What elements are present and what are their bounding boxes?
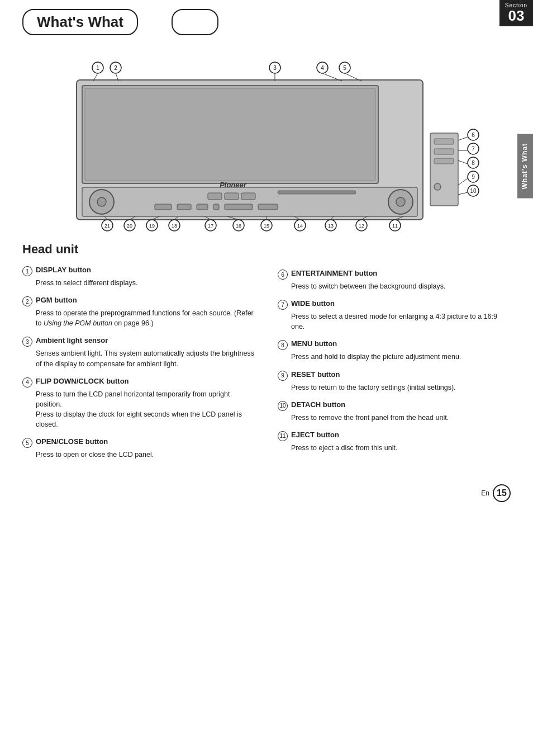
- item-11: 11 EJECT button Press to eject a disc fr…: [278, 431, 511, 453]
- item-5-num: 5: [22, 438, 32, 448]
- svg-text:19: 19: [149, 223, 155, 229]
- item-4: 4 FLIP DOWN/CLOCK button Press to turn t…: [22, 377, 255, 430]
- svg-line-47: [458, 160, 468, 164]
- item-6-desc: Press to switch between the background d…: [291, 281, 511, 291]
- svg-text:20: 20: [127, 223, 132, 229]
- svg-text:10: 10: [470, 188, 477, 194]
- item-7-title: WIDE button: [291, 299, 335, 308]
- item-2: 2 PGM button Press to operate the prepro…: [22, 296, 255, 328]
- item-7-header: 7 WIDE button: [278, 299, 511, 310]
- item-6: 6 ENTERTAINMENT button Press to switch b…: [278, 269, 511, 291]
- item-8-header: 8 MENU button: [278, 339, 511, 350]
- device-diagram: Pioneer 1 2 3 4 5 6: [22, 46, 511, 237]
- svg-point-5: [97, 197, 106, 206]
- item-8-title: MENU button: [291, 339, 337, 348]
- title-bubble: What's What: [22, 9, 138, 35]
- page-header: What's What Section 03: [0, 0, 533, 35]
- item-10-num: 10: [278, 401, 288, 411]
- svg-rect-8: [241, 193, 255, 200]
- svg-rect-9: [155, 204, 172, 210]
- item-2-num: 2: [22, 296, 32, 306]
- svg-rect-20: [434, 139, 454, 144]
- item-10-desc: Press to remove the front panel from the…: [291, 413, 511, 423]
- svg-rect-21: [434, 149, 454, 154]
- svg-text:7: 7: [472, 146, 475, 152]
- item-2-header: 2 PGM button: [22, 296, 255, 306]
- item-1: 1 DISPLAY button Press to select differe…: [22, 266, 255, 288]
- item-1-header: 1 DISPLAY button: [22, 266, 255, 276]
- item-1-desc: Press to select different displays.: [36, 278, 255, 288]
- item-5-title: OPEN/CLOSE button: [36, 437, 108, 446]
- item-11-header: 11 EJECT button: [278, 431, 511, 441]
- item-9-header: 9 RESET button: [278, 370, 511, 381]
- item-3-header: 3 Ambient light sensor: [22, 336, 255, 347]
- svg-line-41: [458, 137, 468, 140]
- svg-rect-23: [434, 183, 441, 190]
- svg-rect-2: [85, 88, 375, 181]
- footer-en-label: En: [481, 489, 489, 497]
- item-7: 7 WIDE button Press to select a desired …: [278, 299, 511, 332]
- svg-text:2: 2: [114, 65, 117, 71]
- item-9: 9 RESET button Press to return to the fa…: [278, 370, 511, 393]
- svg-text:6: 6: [472, 132, 475, 138]
- svg-rect-14: [258, 204, 278, 210]
- svg-text:14: 14: [297, 223, 303, 229]
- page-footer: En 15: [0, 473, 533, 508]
- svg-rect-6: [208, 193, 222, 200]
- item-2-title: PGM button: [36, 296, 77, 304]
- svg-text:8: 8: [472, 160, 475, 166]
- content-left: Head unit 1 DISPLAY button Press to sele…: [22, 242, 272, 467]
- item-10: 10 DETACH button Press to remove the fro…: [278, 400, 511, 423]
- section-badge: Section 03: [499, 0, 533, 26]
- item-3-desc: Senses ambient light. This system automa…: [36, 348, 255, 368]
- item-6-num: 6: [278, 270, 288, 280]
- item-9-title: RESET button: [291, 370, 340, 379]
- item-5-header: 5 OPEN/CLOSE button: [22, 437, 255, 448]
- side-tab: What's What: [517, 134, 533, 199]
- item-11-title: EJECT button: [291, 431, 339, 439]
- svg-rect-12: [213, 204, 219, 210]
- svg-rect-3: [82, 187, 417, 216]
- svg-rect-22: [434, 158, 454, 164]
- svg-text:Pioneer: Pioneer: [220, 181, 247, 189]
- page-title: What's What: [37, 13, 123, 31]
- item-4-desc: Press to turn the LCD panel horizontal t…: [36, 389, 255, 430]
- item-5-desc: Press to open or close the LCD panel.: [36, 450, 255, 460]
- item-3: 3 Ambient light sensor Senses ambient li…: [22, 336, 255, 368]
- item-4-num: 4: [22, 377, 32, 388]
- svg-text:11: 11: [392, 223, 398, 229]
- svg-text:18: 18: [172, 223, 177, 229]
- item-10-header: 10 DETACH button: [278, 400, 511, 411]
- item-7-desc: Press to select a desired mode for enlar…: [291, 311, 511, 332]
- item-9-num: 9: [278, 371, 288, 381]
- item-3-title: Ambient light sensor: [36, 336, 108, 344]
- svg-rect-11: [197, 204, 208, 210]
- svg-line-53: [458, 192, 468, 195]
- svg-text:17: 17: [208, 223, 213, 229]
- svg-text:9: 9: [472, 174, 475, 180]
- item-8-num: 8: [278, 340, 288, 350]
- svg-text:21: 21: [104, 223, 110, 229]
- item-4-header: 4 FLIP DOWN/CLOCK button: [22, 377, 255, 388]
- item-2-desc: Press to operate the preprogrammed funct…: [36, 308, 255, 328]
- head-unit-title: Head unit: [22, 242, 255, 257]
- item-11-num: 11: [278, 431, 288, 441]
- item-8-desc: Press and hold to display the picture ad…: [291, 352, 511, 362]
- item-6-header: 6 ENTERTAINMENT button: [278, 269, 511, 280]
- svg-text:12: 12: [359, 223, 364, 229]
- content-area: Head unit 1 DISPLAY button Press to sele…: [0, 242, 533, 467]
- section-bubble: [172, 9, 218, 35]
- item-1-num: 1: [22, 266, 32, 276]
- svg-point-17: [396, 197, 405, 206]
- item-10-title: DETACH button: [291, 400, 345, 409]
- footer-page-number: 15: [493, 484, 511, 502]
- svg-text:5: 5: [343, 65, 346, 71]
- svg-rect-7: [225, 193, 239, 200]
- item-1-title: DISPLAY button: [36, 266, 91, 274]
- item-3-num: 3: [22, 337, 32, 347]
- svg-rect-13: [225, 204, 253, 210]
- item-7-num: 7: [278, 300, 288, 310]
- section-number: 03: [508, 8, 525, 23]
- item-9-desc: Press to return to the factory settings …: [291, 382, 511, 393]
- svg-text:1: 1: [96, 65, 99, 71]
